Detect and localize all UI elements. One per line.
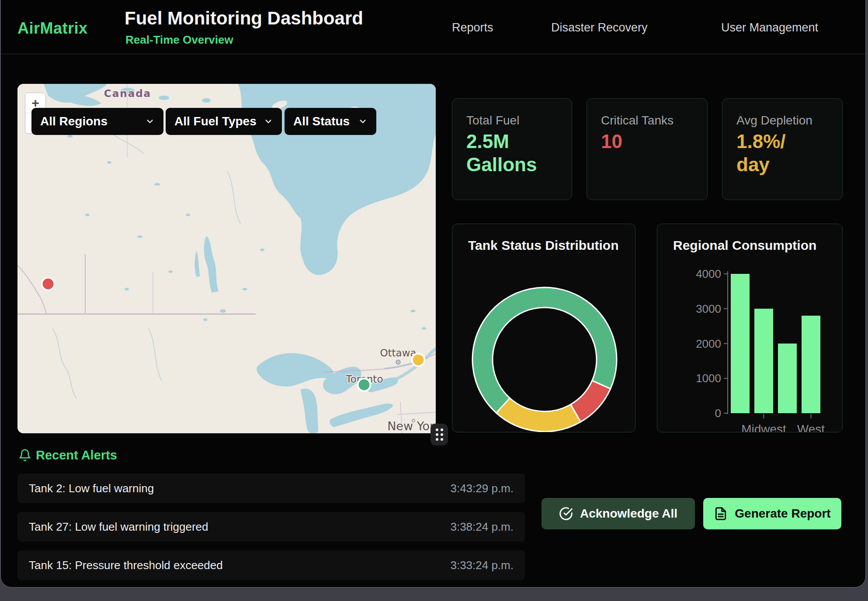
consumption-bar[interactable]	[754, 309, 773, 413]
stat-card-total-fuel: Total Fuel 2.5M Gallons	[452, 98, 572, 200]
fuel-type-filter-value: All Fuel Types	[174, 114, 257, 128]
consumption-bar[interactable]	[802, 316, 820, 413]
alert-text: Tank 27: Low fuel warning triggered	[29, 520, 208, 534]
status-filter-select[interactable]: All Status	[285, 108, 376, 135]
tank-marker-normal[interactable]	[358, 379, 371, 391]
x-tick-label: West	[797, 422, 825, 432]
dashboard-root: AirMatrix Fuel Monitoring Dashboard Real…	[0, 0, 866, 588]
brand-logo: AirMatrix	[17, 19, 88, 38]
generate-report-label: Generate Report	[735, 507, 830, 521]
alert-text: Tank 2: Low fuel warning	[29, 482, 154, 495]
tank-marker-critical[interactable]	[42, 278, 55, 290]
map-drag-handle[interactable]	[431, 424, 448, 446]
check-circle-icon	[559, 507, 573, 521]
fuel-map[interactable]: Canada Ottawa Toronto New York	[17, 84, 436, 433]
tank-status-card: Tank Status Distribution	[452, 224, 635, 432]
stat-value: 10	[601, 130, 622, 153]
alert-time: 3:38:24 p.m.	[450, 520, 514, 534]
consumption-bar[interactable]	[731, 274, 750, 413]
tank-status-donut	[452, 224, 636, 432]
nav-disaster-recovery[interactable]: Disaster Recovery	[551, 21, 648, 35]
tank-marker-warning[interactable]	[412, 354, 425, 366]
y-tick-label: 2000	[696, 337, 721, 350]
alert-time: 3:33:24 p.m.	[450, 559, 514, 572]
y-tick-label: 3000	[696, 302, 721, 315]
generate-report-button[interactable]: Generate Report	[703, 498, 841, 529]
stat-value: 2.5M Gallons	[466, 130, 537, 176]
alert-text: Tank 15: Pressure threshold exceeded	[29, 559, 223, 572]
stat-value: 1.8%/ day	[736, 130, 786, 176]
chevron-down-icon	[145, 117, 155, 126]
alert-row[interactable]: Tank 2: Low fuel warning 3:43:29 p.m.	[17, 473, 525, 503]
map-label-ottawa: Ottawa	[380, 347, 416, 359]
y-tick-label: 4000	[696, 267, 721, 280]
donut-segment[interactable]	[496, 398, 581, 432]
acknowledge-all-label: Acknowledge All	[580, 507, 677, 521]
nav-reports[interactable]: Reports	[452, 21, 493, 35]
nav-user-management[interactable]: User Management	[721, 21, 818, 35]
map-canvas: Canada Ottawa Toronto New York	[17, 84, 436, 433]
fuel-type-filter-select[interactable]: All Fuel Types	[166, 108, 282, 135]
recent-alerts-title: Recent Alerts	[36, 448, 117, 463]
status-filter-value: All Status	[293, 114, 350, 128]
chevron-down-icon	[358, 117, 368, 126]
region-filter-select[interactable]: All Regions	[31, 108, 163, 135]
y-tick-label: 1000	[696, 372, 721, 385]
x-tick-label: Midwest	[741, 422, 786, 432]
regional-consumption-chart: 01000200030004000MidwestWest	[657, 224, 843, 432]
acknowledge-all-button[interactable]: Acknowledge All	[542, 498, 695, 529]
consumption-bar[interactable]	[778, 344, 797, 414]
stat-card-critical-tanks: Critical Tanks 10	[587, 98, 708, 200]
report-document-icon	[714, 507, 728, 521]
alert-row[interactable]: Tank 27: Low fuel warning triggered 3:38…	[17, 512, 525, 542]
chevron-down-icon	[264, 117, 273, 126]
stat-label: Total Fuel	[466, 114, 519, 128]
stat-label: Avg Depletion	[736, 114, 812, 128]
regional-consumption-card: Regional Consumption 01000200030004000Mi…	[657, 224, 843, 432]
region-filter-value: All Regions	[40, 114, 108, 128]
alert-time: 3:43:29 p.m.	[450, 482, 514, 495]
page-subtitle: Real-Time Overview	[125, 33, 233, 47]
alert-row[interactable]: Tank 15: Pressure threshold exceeded 3:3…	[17, 550, 525, 580]
y-tick-label: 0	[715, 407, 721, 420]
stat-label: Critical Tanks	[601, 114, 674, 128]
stat-card-avg-depletion: Avg Depletion 1.8%/ day	[722, 98, 843, 200]
map-label-canada: Canada	[104, 88, 151, 99]
page-title: Fuel Monitoring Dashboard	[125, 8, 363, 29]
app-header: AirMatrix Fuel Monitoring Dashboard Real…	[1, 0, 865, 54]
map-label-new-york: New York	[387, 419, 436, 433]
bell-icon	[18, 448, 31, 462]
